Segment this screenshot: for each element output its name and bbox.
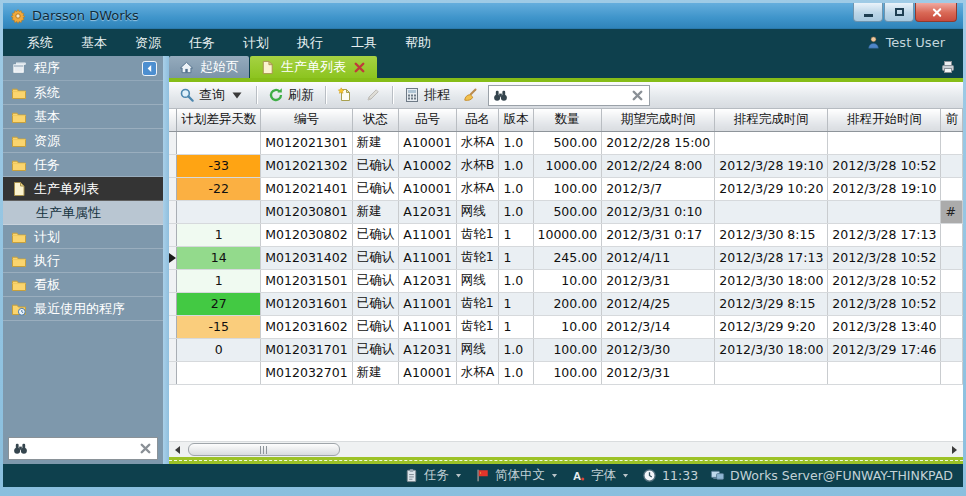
cell-end[interactable]: 2012/3/30 18:00 [715, 338, 828, 361]
row-header-cell[interactable] [169, 223, 177, 246]
row-header-cell[interactable] [169, 246, 177, 269]
cell-extra[interactable] [941, 223, 963, 246]
cell-pname[interactable]: 网线 [456, 200, 499, 223]
close-button[interactable] [915, 3, 957, 22]
column-header[interactable]: 期望完成时间 [602, 109, 715, 131]
minimize-button[interactable] [853, 3, 883, 22]
scroll-left-arrow[interactable] [169, 442, 186, 458]
row-header-cell[interactable] [169, 315, 177, 338]
cell-end[interactable]: 2012/3/30 18:00 [715, 269, 828, 292]
tab-close-icon[interactable] [352, 60, 367, 75]
cell-due[interactable]: 2012/3/31 0:10 [602, 200, 715, 223]
table-row[interactable]: 1M012031501已确认A12031网线1.010.002012/3/312… [169, 269, 963, 292]
cell-qty[interactable]: 100.00 [533, 177, 602, 200]
cell-due[interactable]: 2012/3/31 0:17 [602, 223, 715, 246]
cell-no[interactable]: M012030802 [261, 223, 352, 246]
table-row[interactable]: 1M012030802已确认A11001齿轮1110000.002012/3/3… [169, 223, 963, 246]
cell-start[interactable]: 2012/3/28 19:10 [828, 177, 941, 200]
cell-due[interactable]: 2012/3/14 [602, 315, 715, 338]
cell-pno[interactable]: A10001 [399, 177, 456, 200]
cell-diff[interactable]: 0 [177, 338, 261, 361]
column-header[interactable]: 编号 [261, 109, 352, 131]
refresh-button[interactable]: 刷新 [264, 84, 318, 106]
sidebar-item[interactable]: 看板 [3, 273, 163, 297]
cell-extra[interactable] [941, 131, 963, 154]
cell-extra[interactable] [941, 154, 963, 177]
cell-status[interactable]: 已确认 [352, 269, 399, 292]
status-item-clipboard[interactable]: 任务 [404, 467, 463, 484]
cell-diff[interactable] [177, 361, 261, 384]
cell-pname[interactable]: 网线 [456, 338, 499, 361]
cell-pname[interactable]: 水杯A [456, 361, 499, 384]
cell-no[interactable]: M012030801 [261, 200, 352, 223]
schedule-button[interactable]: 排程 [400, 84, 454, 106]
query-button[interactable]: 查询 [175, 84, 249, 106]
cell-ver[interactable]: 1.0 [499, 131, 533, 154]
sidebar-item[interactable]: 生产单列表 [3, 177, 163, 201]
cell-diff[interactable] [177, 131, 261, 154]
cell-end[interactable] [715, 131, 828, 154]
cell-diff[interactable]: 1 [177, 223, 261, 246]
cell-end[interactable] [715, 361, 828, 384]
row-header-cell[interactable] [169, 269, 177, 292]
scroll-right-arrow[interactable] [946, 442, 963, 458]
cell-qty[interactable]: 10000.00 [533, 223, 602, 246]
cell-status[interactable]: 已确认 [352, 154, 399, 177]
table-row[interactable]: M012032701新建A10001水杯A1.0100.002012/3/31 [169, 361, 963, 384]
cell-qty[interactable]: 200.00 [533, 292, 602, 315]
tab-production-order-list[interactable]: 生产单列表 [250, 56, 377, 78]
cell-ver[interactable]: 1.0 [499, 269, 533, 292]
cell-pname[interactable]: 齿轮1 [456, 246, 499, 269]
status-item-fontA[interactable]: A字体 [571, 467, 630, 484]
sidebar-search-input[interactable] [32, 442, 134, 456]
cell-start[interactable]: 2012/3/28 10:52 [828, 246, 941, 269]
maximize-button[interactable] [884, 3, 914, 22]
edit-button[interactable] [361, 85, 385, 105]
row-header-cell[interactable] [169, 154, 177, 177]
cell-ver[interactable]: 1 [499, 223, 533, 246]
cell-due[interactable]: 2012/4/25 [602, 292, 715, 315]
sidebar-item[interactable]: 任务 [3, 153, 163, 177]
menu-item[interactable]: 资源 [121, 30, 175, 56]
cell-pno[interactable]: A11001 [399, 292, 456, 315]
row-header-cell[interactable] [169, 177, 177, 200]
cell-end[interactable]: 2012/3/28 19:10 [715, 154, 828, 177]
cell-ver[interactable]: 1.0 [499, 200, 533, 223]
table-row[interactable]: -15M012031602已确认A11001齿轮1110.002012/3/14… [169, 315, 963, 338]
cell-start[interactable]: 2012/3/28 10:52 [828, 154, 941, 177]
cell-pno[interactable]: A11001 [399, 246, 456, 269]
grid-search-box[interactable] [488, 85, 650, 106]
cell-status[interactable]: 已确认 [352, 338, 399, 361]
printer-icon[interactable] [940, 59, 956, 75]
cell-qty[interactable]: 10.00 [533, 315, 602, 338]
sidebar-item[interactable]: 执行 [3, 249, 163, 273]
menu-item[interactable]: 系统 [13, 30, 67, 56]
cell-ver[interactable]: 1.0 [499, 154, 533, 177]
cell-pname[interactable]: 水杯A [456, 177, 499, 200]
cell-diff[interactable]: 1 [177, 269, 261, 292]
sidebar-item[interactable]: 生产单属性 [3, 201, 163, 225]
row-header-cell[interactable] [169, 361, 177, 384]
horizontal-scrollbar[interactable] [169, 441, 963, 457]
cell-extra[interactable] [941, 246, 963, 269]
scrollbar-thumb[interactable] [188, 443, 340, 456]
cell-extra[interactable] [941, 338, 963, 361]
cell-start[interactable]: 2012/3/28 17:13 [828, 223, 941, 246]
cell-diff[interactable] [177, 200, 261, 223]
menu-item[interactable]: 基本 [67, 30, 121, 56]
cell-pno[interactable]: A12031 [399, 269, 456, 292]
cell-ver[interactable]: 1.0 [499, 177, 533, 200]
cell-start[interactable] [828, 361, 941, 384]
clear-search-icon[interactable] [138, 441, 153, 456]
sidebar-item[interactable]: 基本 [3, 105, 163, 129]
menu-item[interactable]: 帮助 [391, 30, 445, 56]
menu-item[interactable]: 计划 [229, 30, 283, 56]
collapse-panel-button[interactable] [142, 61, 157, 76]
column-header[interactable]: 计划差异天数 [177, 109, 261, 131]
cell-diff[interactable]: 27 [177, 292, 261, 315]
cell-status[interactable]: 新建 [352, 361, 399, 384]
sidebar-search-box[interactable] [8, 437, 158, 460]
cell-due[interactable]: 2012/3/31 [602, 361, 715, 384]
cell-start[interactable]: 2012/3/28 10:52 [828, 269, 941, 292]
column-header[interactable]: 品号 [399, 109, 456, 131]
